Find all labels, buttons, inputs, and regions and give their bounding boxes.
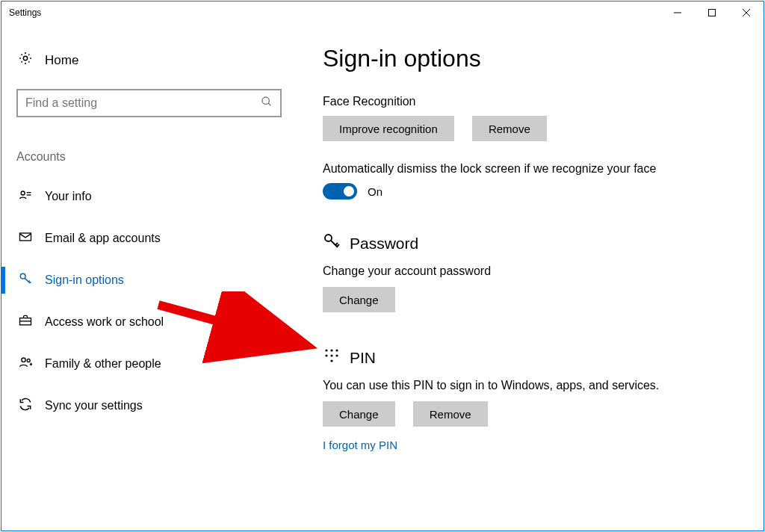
key-icon	[323, 232, 341, 254]
svg-point-5	[262, 97, 269, 104]
svg-point-21	[330, 354, 332, 356]
search-placeholder: Find a setting	[25, 96, 97, 110]
home-label: Home	[45, 53, 78, 68]
sidebar-item-family[interactable]: Family & other people	[16, 343, 285, 385]
sidebar-item-your-info[interactable]: Your info	[16, 176, 285, 217]
face-auto-toggle[interactable]	[323, 183, 357, 200]
svg-line-6	[268, 103, 270, 105]
pin-remove-button[interactable]: Remove	[413, 401, 488, 427]
sync-icon	[18, 397, 33, 415]
svg-point-14	[22, 358, 25, 362]
svg-rect-10	[20, 233, 31, 241]
nav-list: Your info Email & app accounts Sign-in o…	[16, 176, 285, 427]
mail-icon	[18, 229, 33, 247]
home-nav[interactable]: Home	[16, 46, 285, 74]
pin-pad-icon	[323, 347, 341, 368]
svg-point-23	[330, 359, 332, 362]
window-controls	[660, 1, 764, 24]
briefcase-icon	[18, 313, 33, 331]
improve-recognition-button[interactable]: Improve recognition	[323, 116, 454, 141]
search-icon	[261, 96, 273, 111]
pin-change-button[interactable]: Change	[323, 401, 395, 427]
svg-point-4	[23, 56, 27, 60]
sidebar-item-sign-in-options[interactable]: Sign-in options	[16, 259, 285, 301]
face-heading: Face Recognition	[323, 95, 734, 108]
key-icon	[18, 271, 33, 289]
svg-rect-1	[709, 10, 716, 16]
sidebar-item-access-work[interactable]: Access work or school	[16, 301, 285, 343]
maximize-button[interactable]	[695, 1, 729, 24]
svg-point-15	[27, 359, 30, 362]
pin-desc: You can use this PIN to sign in to Windo…	[323, 379, 734, 392]
settings-window: Settings Home Find a	[1, 1, 764, 531]
sidebar-item-label: Sync your settings	[45, 399, 143, 412]
svg-point-18	[330, 349, 332, 351]
main-content: Sign-in options Face Recognition Improve…	[300, 24, 764, 531]
password-heading-row: Password	[323, 232, 734, 254]
forgot-pin-link[interactable]: I forgot my PIN	[323, 439, 734, 451]
section-label: Accounts	[16, 150, 285, 164]
toggle-label: On	[368, 185, 382, 198]
pin-heading: PIN	[350, 349, 376, 367]
face-auto-desc: Automatically dismiss the lock screen if…	[323, 162, 734, 176]
sidebar-item-label: Your info	[45, 190, 92, 203]
search-input[interactable]: Find a setting	[16, 89, 282, 117]
svg-point-7	[21, 191, 25, 195]
svg-point-20	[325, 354, 327, 356]
password-desc: Change your account password	[323, 265, 734, 278]
password-change-button[interactable]: Change	[323, 287, 395, 312]
page-title: Sign-in options	[323, 45, 734, 72]
password-heading: Password	[350, 235, 418, 253]
minimize-button[interactable]	[660, 1, 695, 24]
titlebar: Settings	[1, 1, 764, 24]
svg-point-17	[325, 349, 327, 351]
person-card-icon	[18, 188, 33, 205]
sidebar-item-label: Family & other people	[45, 357, 161, 371]
svg-point-16	[325, 235, 332, 241]
svg-point-19	[335, 349, 338, 351]
svg-point-22	[335, 354, 338, 356]
sidebar-item-sync[interactable]: Sync your settings	[16, 385, 285, 427]
window-title: Settings	[9, 7, 41, 18]
pin-heading-row: PIN	[323, 347, 734, 368]
sidebar: Home Find a setting Accounts Your info	[1, 24, 300, 531]
sidebar-item-label: Sign-in options	[45, 273, 124, 287]
svg-point-11	[20, 273, 25, 279]
sidebar-item-email-accounts[interactable]: Email & app accounts	[16, 217, 285, 259]
face-remove-button[interactable]: Remove	[472, 116, 547, 141]
sidebar-item-label: Email & app accounts	[45, 232, 161, 245]
gear-icon	[18, 51, 33, 69]
close-button[interactable]	[729, 1, 764, 24]
people-icon	[18, 355, 33, 373]
sidebar-item-label: Access work or school	[45, 315, 164, 329]
